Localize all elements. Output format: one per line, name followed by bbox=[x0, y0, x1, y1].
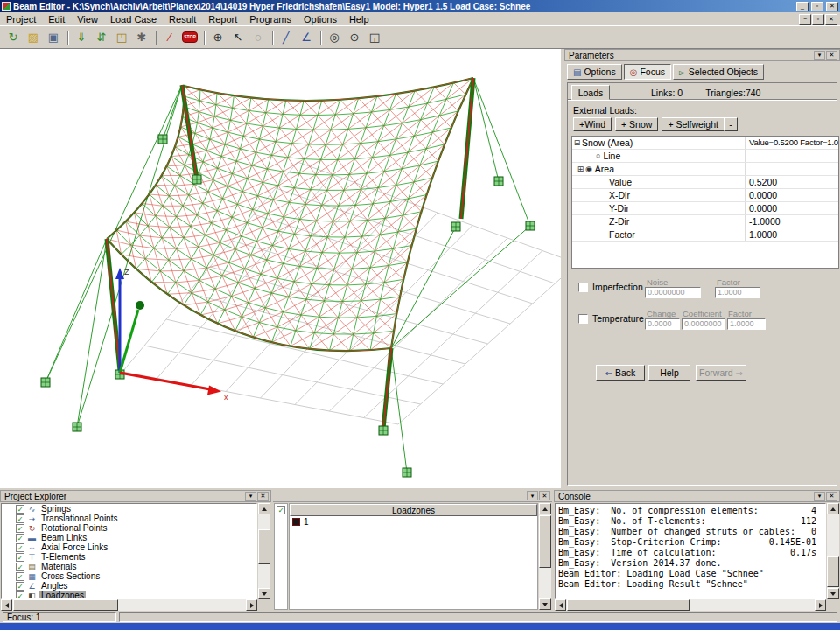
property-row[interactable]: ○ Line bbox=[572, 150, 838, 163]
scrollbar-thumb[interactable] bbox=[539, 515, 551, 568]
tab-selected-objects[interactable]: ▻ Selected Objects bbox=[673, 64, 764, 80]
scroll-down-button[interactable] bbox=[258, 588, 270, 599]
project-explorer-hscrollbar[interactable] bbox=[1, 599, 257, 611]
polyline-tool-icon[interactable]: ∠ bbox=[297, 29, 316, 46]
scroll-up-button[interactable] bbox=[827, 503, 839, 514]
loadzone-row[interactable]: 1 bbox=[290, 516, 537, 528]
swap-anchors-icon[interactable]: ⇵ bbox=[92, 29, 111, 46]
panel-menu-button[interactable]: ▾ bbox=[245, 492, 256, 501]
property-value[interactable]: 0.0000 bbox=[745, 189, 838, 201]
help-button[interactable]: Help bbox=[648, 365, 690, 381]
property-value[interactable] bbox=[745, 163, 838, 175]
property-row[interactable]: Value 0.5200 bbox=[572, 176, 838, 189]
minimize-button[interactable]: _ bbox=[796, 2, 808, 11]
scroll-left-button[interactable] bbox=[555, 599, 566, 611]
tree-item[interactable]: ✓ ▬ Beam Links bbox=[2, 533, 256, 542]
tree-item[interactable]: ✓ ⊤ T-Elements bbox=[2, 552, 256, 562]
temperature-checkbox[interactable] bbox=[578, 314, 588, 324]
checkbox-checked-icon[interactable]: ✓ bbox=[16, 592, 24, 600]
property-row[interactable]: Factor 1.0000 bbox=[572, 228, 838, 242]
load-anchor-icon[interactable]: ⇓ bbox=[72, 29, 91, 46]
forward-button[interactable]: Forward ⇒ bbox=[696, 365, 746, 381]
menu-item[interactable]: Options bbox=[298, 13, 343, 25]
select-cursor-icon[interactable]: ↖ bbox=[228, 29, 248, 46]
viewport-3d[interactable]: Zx bbox=[0, 49, 561, 488]
checkbox-checked-icon[interactable]: ✓ bbox=[16, 514, 24, 523]
line-tool-icon[interactable]: ╱ bbox=[276, 29, 296, 46]
tree-item[interactable]: ✓ ∠ Angles bbox=[2, 581, 256, 591]
loadzones-column-header[interactable]: Loadzones bbox=[290, 504, 537, 516]
add-snow-button[interactable]: + Snow bbox=[615, 117, 658, 131]
tree-item[interactable]: ✓ ⇢ Translational Points bbox=[2, 514, 256, 523]
tree-item[interactable]: ✓ ▤ Materials bbox=[2, 562, 256, 571]
scrollbar-thumb[interactable] bbox=[13, 599, 118, 611]
scrollbar-thumb[interactable] bbox=[567, 599, 690, 611]
tree-item[interactable]: ✓ ⇔ Axial Force Links bbox=[2, 542, 256, 552]
lasso-icon[interactable]: ◌ bbox=[248, 29, 268, 46]
property-value[interactable]: 1.0000 bbox=[745, 228, 838, 241]
remove-load-button[interactable]: - bbox=[724, 117, 738, 131]
snap-icon[interactable]: ◎ bbox=[325, 29, 344, 46]
property-value[interactable]: -1.0000 bbox=[745, 215, 838, 228]
menu-item[interactable]: Edit bbox=[42, 13, 71, 25]
property-row[interactable]: X-Dir 0.0000 bbox=[572, 189, 838, 202]
panel-close-button[interactable]: ✕ bbox=[826, 51, 837, 60]
back-button[interactable]: ⇐ Back bbox=[596, 365, 645, 381]
panel-menu-button[interactable]: ▾ bbox=[527, 491, 538, 500]
radio-icon[interactable]: ○ bbox=[596, 151, 603, 160]
tree-item[interactable]: ✓ ↻ Rotational Points bbox=[2, 523, 256, 533]
expand-icon[interactable]: ⊞ bbox=[576, 164, 585, 173]
panel-menu-button[interactable]: ▾ bbox=[814, 51, 825, 60]
pen-icon[interactable]: ∕ bbox=[160, 29, 179, 46]
console-output[interactable]: Bm_Easy: No. of compression elements: 4B… bbox=[555, 503, 826, 599]
tree-item[interactable]: ✓ ▦ Cross Sections bbox=[2, 571, 256, 581]
checkbox-checked-icon[interactable]: ✓ bbox=[16, 505, 24, 514]
scrollbar-thumb[interactable] bbox=[827, 556, 839, 587]
scroll-left-button[interactable] bbox=[1, 599, 12, 611]
save-icon[interactable]: ▣ bbox=[44, 29, 63, 46]
pan-icon[interactable]: ⊕ bbox=[208, 29, 228, 46]
scroll-right-button[interactable] bbox=[246, 599, 257, 611]
noise-field[interactable]: 0.0000000 bbox=[645, 287, 701, 298]
menu-item[interactable]: Programs bbox=[243, 13, 298, 25]
menu-item[interactable]: Load Case bbox=[104, 13, 163, 25]
mdi-minimize-button[interactable]: − bbox=[799, 14, 811, 24]
checkbox-checked-icon[interactable]: ✓ bbox=[16, 553, 24, 562]
scroll-up-button[interactable] bbox=[258, 503, 270, 514]
scroll-right-button[interactable] bbox=[815, 599, 826, 611]
change-field[interactable]: 0.0000 bbox=[645, 318, 680, 330]
scroll-down-button[interactable] bbox=[827, 588, 839, 599]
panel-close-button[interactable]: ✕ bbox=[257, 492, 269, 501]
imperfection-factor-field[interactable]: 1.0000 bbox=[715, 287, 760, 298]
tree-item[interactable]: ✓ ◧ Loadzones bbox=[2, 591, 256, 599]
structure-model-canvas[interactable]: Zx bbox=[0, 49, 561, 488]
property-table-header[interactable]: ⊟ Snow (Area) Value=0.5200 Factor=1.0000 bbox=[572, 136, 838, 150]
checkbox-checked-icon[interactable]: ✓ bbox=[276, 506, 285, 514]
maximize-button[interactable]: ▫ bbox=[811, 2, 823, 11]
checkbox-checked-icon[interactable]: ✓ bbox=[16, 543, 24, 552]
tab-options[interactable]: ▤ Options bbox=[567, 64, 622, 80]
panel-close-button[interactable]: ✕ bbox=[826, 492, 837, 501]
zoom-icon[interactable]: ⊙ bbox=[345, 29, 364, 46]
open-project-icon[interactable]: ▨ bbox=[24, 29, 43, 46]
property-value[interactable]: 0.5200 bbox=[745, 176, 838, 188]
export-icon[interactable]: ◳ bbox=[112, 29, 131, 46]
property-value[interactable]: 0.0000 bbox=[745, 202, 838, 214]
console-vscrollbar[interactable] bbox=[827, 503, 839, 599]
scroll-down-button[interactable] bbox=[539, 598, 551, 610]
checkbox-checked-icon[interactable]: ✓ bbox=[16, 572, 24, 581]
add-wind-button[interactable]: +Wind bbox=[573, 117, 612, 131]
menu-item[interactable]: Help bbox=[343, 13, 375, 25]
scroll-up-button[interactable] bbox=[539, 503, 551, 514]
checkbox-checked-icon[interactable]: ✓ bbox=[16, 524, 24, 533]
tree-item[interactable]: ✓ ∿ Springs bbox=[2, 504, 256, 514]
close-button[interactable]: ✕ bbox=[826, 2, 838, 11]
panel-menu-button[interactable]: ▾ bbox=[814, 492, 825, 501]
checkbox-checked-icon[interactable]: ✓ bbox=[16, 534, 24, 542]
menu-item[interactable]: View bbox=[71, 13, 104, 25]
tab-focus[interactable]: ◎ Focus bbox=[624, 64, 671, 80]
menu-item[interactable]: Project bbox=[0, 13, 42, 25]
menu-item[interactable]: Result bbox=[163, 13, 202, 25]
checkbox-checked-icon[interactable]: ✓ bbox=[16, 563, 24, 571]
scrollbar-thumb[interactable] bbox=[258, 529, 270, 564]
